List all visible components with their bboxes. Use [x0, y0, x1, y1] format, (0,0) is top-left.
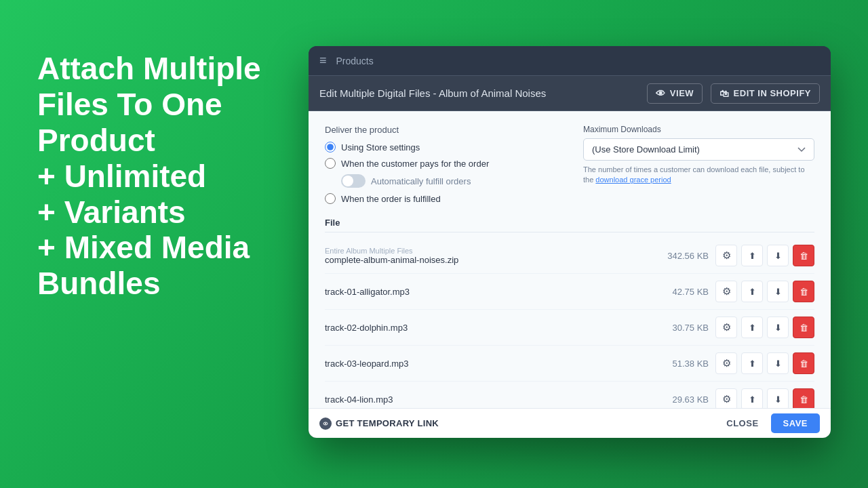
file-info-1: track-01-alligator.mp3: [325, 287, 648, 297]
gear-icon: ⚙: [722, 249, 731, 262]
upload-button-2[interactable]: ⬆: [741, 317, 763, 338]
settings-button-2[interactable]: ⚙: [715, 317, 737, 338]
upload-button-1[interactable]: ⬆: [741, 281, 763, 302]
file-actions-3: ⚙ ⬆ ⬇ 🗑: [715, 352, 814, 374]
max-downloads-note: The number of times a customer can downl…: [583, 165, 814, 186]
trash-icon: 🗑: [800, 323, 808, 333]
file-info-0: Entire Album Multiple Files complete-alb…: [325, 247, 648, 265]
radio-store-settings-input[interactable]: [325, 142, 336, 152]
upload-button-3[interactable]: ⬆: [741, 352, 763, 374]
download-icon: ⬇: [774, 394, 782, 405]
radio-order-fulfilled-label: When the order is fulfilled: [341, 194, 441, 204]
file-info-3: track-03-leopard.mp3: [325, 359, 648, 369]
file-group-label-0: Entire Album Multiple Files: [325, 247, 648, 255]
file-size-4: 29.63 KB: [654, 394, 709, 405]
file-size-2: 30.75 KB: [654, 323, 709, 333]
file-name-4: track-04-lion.mp3: [325, 394, 648, 405]
bottom-right-buttons: CLOSE SAVE: [719, 413, 820, 433]
table-row: track-01-alligator.mp3 42.75 KB ⚙ ⬆ ⬇ 🗑: [325, 274, 814, 310]
download-icon: ⬇: [774, 359, 782, 369]
get-temp-link-label: GET TEMPORARY LINK: [336, 418, 439, 428]
trash-icon: 🗑: [800, 251, 808, 261]
upload-icon: ⬆: [749, 323, 756, 333]
max-downloads-select[interactable]: (Use Store Download Limit): [583, 138, 814, 161]
file-actions-4: ⚙ ⬆ ⬇ 🗑: [715, 388, 814, 408]
download-button-1[interactable]: ⬇: [767, 281, 789, 302]
delete-button-0[interactable]: 🗑: [793, 245, 814, 266]
get-temp-link-button[interactable]: GET TEMPORARY LINK: [319, 418, 439, 430]
file-table: Entire Album Multiple Files complete-alb…: [325, 238, 814, 408]
download-button-0[interactable]: ⬇: [767, 245, 789, 266]
radio-store-settings[interactable]: Using Store settings: [325, 142, 556, 152]
auto-fulfill-label: Automatically fulfill orders: [371, 176, 471, 186]
close-button[interactable]: CLOSE: [719, 413, 765, 433]
download-grace-period-link[interactable]: download grace period: [595, 176, 671, 184]
file-section: File Entire Album Multiple Files complet…: [325, 218, 814, 408]
download-icon: ⬇: [774, 287, 782, 297]
hero-line3: Product: [37, 123, 155, 158]
file-name-1: track-01-alligator.mp3: [325, 287, 648, 297]
edit-shopify-button[interactable]: 🛍 EDIT IN SHOPIFY: [711, 83, 820, 104]
eye-icon: 👁: [656, 88, 666, 99]
hero-line2: Files To One: [37, 87, 222, 122]
table-row: Entire Album Multiple Files complete-alb…: [325, 238, 814, 274]
delete-button-2[interactable]: 🗑: [793, 317, 814, 338]
svg-point-2: [325, 423, 326, 424]
settings-button-3[interactable]: ⚙: [715, 352, 737, 374]
trash-icon: 🗑: [800, 359, 808, 369]
upload-icon: ⬆: [749, 394, 756, 405]
file-name-0: complete-album-animal-noises.zip: [325, 255, 648, 265]
delivery-options: Deliver the product Using Store settings…: [325, 125, 556, 204]
upload-icon: ⬆: [749, 287, 756, 297]
file-size-3: 51.38 KB: [654, 359, 709, 369]
trash-icon: 🗑: [800, 394, 808, 405]
settings-button-1[interactable]: ⚙: [715, 281, 737, 302]
radio-order-fulfilled-input[interactable]: [325, 193, 336, 204]
radio-customer-pays-label: When the customer pays for the order: [341, 159, 489, 169]
radio-store-settings-label: Using Store settings: [341, 142, 420, 152]
save-button[interactable]: SAVE: [771, 413, 820, 433]
hamburger-icon[interactable]: ≡: [319, 54, 327, 68]
file-name-3: track-03-leopard.mp3: [325, 359, 648, 369]
edit-bar: Edit Multiple Digital Files - Album of A…: [309, 76, 831, 111]
delete-button-1[interactable]: 🗑: [793, 281, 814, 302]
main-content: Deliver the product Using Store settings…: [309, 111, 831, 408]
upload-button-0[interactable]: ⬆: [741, 245, 763, 266]
table-row: track-03-leopard.mp3 51.38 KB ⚙ ⬆ ⬇ 🗑: [325, 346, 814, 382]
bottom-bar: GET TEMPORARY LINK CLOSE SAVE: [309, 408, 831, 438]
radio-order-fulfilled[interactable]: When the order is fulfilled: [325, 193, 556, 204]
file-actions-1: ⚙ ⬆ ⬇ 🗑: [715, 281, 814, 302]
delivery-label: Deliver the product: [325, 125, 556, 135]
hero-text: Attach Multiple Files To One Product + U…: [37, 51, 315, 302]
auto-fulfill-toggle[interactable]: [341, 174, 366, 188]
upload-icon: ⬆: [749, 359, 756, 369]
edit-shopify-label: EDIT IN SHOPIFY: [734, 88, 811, 98]
radio-customer-pays-input[interactable]: [325, 158, 336, 169]
hero-line7: Bundles: [37, 266, 160, 301]
view-label: VIEW: [670, 88, 694, 98]
gear-icon: ⚙: [722, 321, 731, 333]
download-button-3[interactable]: ⬇: [767, 352, 789, 374]
delete-button-4[interactable]: 🗑: [793, 388, 814, 408]
products-breadcrumb: Products: [336, 56, 374, 66]
app-window: ≡ Products Edit Multiple Digital Files -…: [309, 46, 831, 438]
file-size-0: 342.56 KB: [654, 251, 709, 261]
settings-button-4[interactable]: ⚙: [715, 388, 737, 408]
hero-line6: + Mixed Media: [37, 230, 250, 265]
settings-button-0[interactable]: ⚙: [715, 245, 737, 266]
delete-button-3[interactable]: 🗑: [793, 352, 814, 374]
download-button-4[interactable]: ⬇: [767, 388, 789, 408]
file-size-1: 42.75 KB: [654, 287, 709, 297]
view-button[interactable]: 👁 VIEW: [647, 83, 703, 104]
upload-icon: ⬆: [749, 251, 756, 261]
upload-button-4[interactable]: ⬆: [741, 388, 763, 408]
hero-line1: Attach Multiple: [37, 51, 261, 86]
auto-fulfill-option: Automatically fulfill orders: [341, 174, 556, 188]
delivery-section: Deliver the product Using Store settings…: [325, 125, 814, 204]
download-button-2[interactable]: ⬇: [767, 317, 789, 338]
max-downloads-section: Maximum Downloads (Use Store Download Li…: [583, 125, 814, 204]
hero-line5: + Variants: [37, 195, 186, 230]
radio-customer-pays[interactable]: When the customer pays for the order: [325, 158, 556, 169]
hero-line4: + Unlimited: [37, 159, 206, 194]
edit-title: Edit Multiple Digital Files - Album of A…: [319, 87, 639, 99]
